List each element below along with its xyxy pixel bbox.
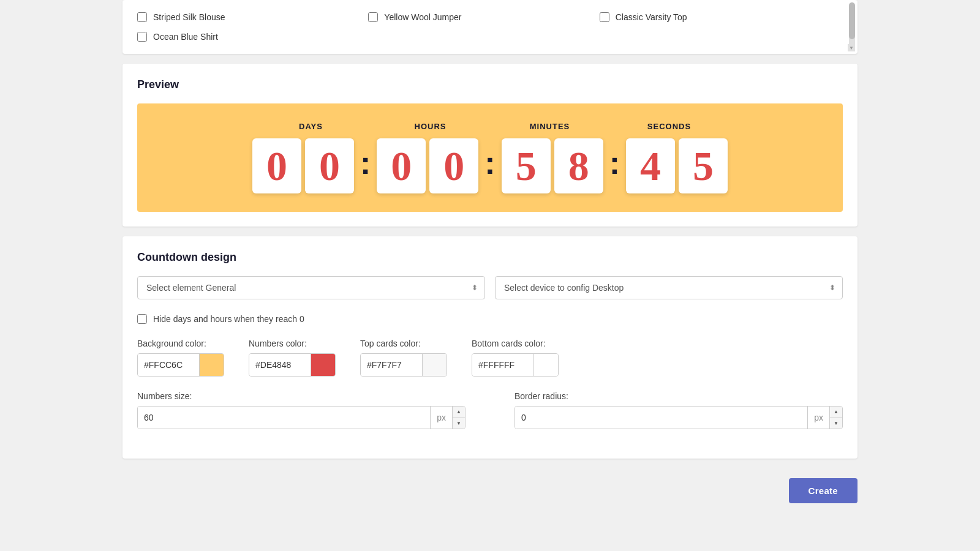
minutes-digit-1: 5 <box>502 138 551 193</box>
product-list-wrapper: Striped Silk Blouse Yellow Wool Jumper C… <box>137 10 843 44</box>
colon-1: : <box>358 144 373 181</box>
product-checkbox-yellow-wool-jumper[interactable] <box>368 12 378 22</box>
background-color-swatch[interactable] <box>199 353 224 377</box>
numbers-size-input-row: px ▲ ▼ <box>137 406 466 429</box>
top-cards-color-label: Top cards color: <box>360 339 447 348</box>
hours-value-2: 0 <box>443 145 464 187</box>
product-label-yellow-wool-jumper[interactable]: Yellow Wool Jumper <box>384 12 461 22</box>
countdown-labels: DAYS HOURS MINUTES SECONDS <box>251 122 729 131</box>
product-item-classic-varsity-top: Classic Varsity Top <box>600 10 831 24</box>
colon-2: : <box>482 144 497 181</box>
border-radius-increment[interactable]: ▲ <box>830 406 842 418</box>
size-section: Numbers size: px ▲ ▼ Border radius: px <box>137 391 843 429</box>
seconds-value-2: 5 <box>693 145 714 187</box>
design-card: Countdown design Select element GeneralD… <box>123 236 858 459</box>
preview-title: Preview <box>137 78 843 91</box>
border-radius-decrement[interactable]: ▼ <box>830 418 842 430</box>
border-radius-label: Border radius: <box>514 391 843 401</box>
numbers-color-swatch[interactable] <box>311 353 335 377</box>
border-radius-unit: px <box>807 406 829 429</box>
days-value-2: 0 <box>319 145 340 187</box>
product-item-yellow-wool-jumper: Yellow Wool Jumper <box>368 10 599 24</box>
seconds-digit-1: 4 <box>626 138 675 193</box>
label-seconds: SECONDS <box>614 122 725 131</box>
bottom-cards-color-input-row <box>472 353 559 377</box>
numbers-color-input-row <box>249 353 336 377</box>
countdown-digits: 0 0 : 0 0 : <box>252 138 728 193</box>
design-title: Countdown design <box>137 251 843 264</box>
numbers-color-group: Numbers color: <box>249 339 336 377</box>
hours-digit-1: 0 <box>377 138 426 193</box>
product-item-ocean-blue-shirt: Ocean Blue Shirt <box>137 29 368 44</box>
numbers-size-decrement[interactable]: ▼ <box>453 418 465 430</box>
numbers-size-input[interactable] <box>138 406 430 429</box>
hours-value-1: 0 <box>391 145 412 187</box>
background-color-group: Background color: <box>137 339 224 377</box>
numbers-size-increment[interactable]: ▲ <box>453 406 465 418</box>
top-cards-color-group: Top cards color: <box>360 339 447 377</box>
numbers-size-stepper: ▲ ▼ <box>452 406 465 429</box>
preview-card: Preview DAYS HOURS MINUTES SECONDS 0 0 <box>123 64 858 227</box>
numbers-size-label: Numbers size: <box>137 391 466 401</box>
border-radius-group: Border radius: px ▲ ▼ <box>514 391 843 429</box>
product-label-classic-varsity-top[interactable]: Classic Varsity Top <box>616 12 687 22</box>
numbers-size-unit: px <box>430 406 452 429</box>
hours-group: 0 0 <box>377 138 478 193</box>
border-radius-input-row: px ▲ ▼ <box>514 406 843 429</box>
color-section: Background color: Numbers color: Top car… <box>137 339 843 377</box>
background-color-input-row <box>137 353 224 377</box>
minutes-value-1: 5 <box>516 145 537 187</box>
scrollbar-arrow-down[interactable]: ▼ <box>848 44 855 51</box>
bottom-cards-color-group: Bottom cards color: <box>472 339 559 377</box>
label-minutes: MINUTES <box>495 122 605 131</box>
seconds-group: 4 5 <box>626 138 728 193</box>
top-cards-color-input-row <box>360 353 447 377</box>
minutes-group: 5 8 <box>502 138 603 193</box>
seconds-value-1: 4 <box>640 145 661 187</box>
colon-3: : <box>607 144 622 181</box>
label-hours: HOURS <box>375 122 486 131</box>
hide-checkbox-row: Hide days and hours when they reach 0 <box>137 314 843 324</box>
product-list-card: Striped Silk Blouse Yellow Wool Jumper C… <box>123 0 858 54</box>
product-checkbox-ocean-blue-shirt[interactable] <box>137 32 147 42</box>
scrollbar-thumb[interactable] <box>849 2 855 39</box>
days-group: 0 0 <box>252 138 354 193</box>
border-radius-stepper: ▲ ▼ <box>829 406 842 429</box>
hide-days-hours-checkbox[interactable] <box>137 314 147 324</box>
hours-digit-2: 0 <box>429 138 478 193</box>
background-color-hex-input[interactable] <box>138 353 199 377</box>
hide-days-hours-label[interactable]: Hide days and hours when they reach 0 <box>153 314 304 324</box>
border-radius-input[interactable] <box>515 406 807 429</box>
minutes-digit-2: 8 <box>554 138 603 193</box>
bottom-cards-color-swatch[interactable] <box>533 353 558 377</box>
design-controls: Select element GeneralDaysHoursMinutesSe… <box>137 276 843 299</box>
bottom-cards-color-label: Bottom cards color: <box>472 339 559 348</box>
element-select-wrapper: Select element GeneralDaysHoursMinutesSe… <box>137 276 485 299</box>
seconds-digit-2: 5 <box>679 138 728 193</box>
product-label-striped-silk-blouse[interactable]: Striped Silk Blouse <box>153 12 225 22</box>
label-days: DAYS <box>256 122 366 131</box>
product-grid: Striped Silk Blouse Yellow Wool Jumper C… <box>137 10 831 44</box>
top-cards-color-hex-input[interactable] <box>361 353 422 377</box>
top-cards-color-swatch[interactable] <box>422 353 447 377</box>
device-select-wrapper: Select device to config DesktopMobileTab… <box>495 276 843 299</box>
bottom-cards-color-hex-input[interactable] <box>472 353 533 377</box>
minutes-value-2: 8 <box>568 145 589 187</box>
product-item-striped-silk-blouse: Striped Silk Blouse <box>137 10 368 24</box>
days-digit-1: 0 <box>252 138 301 193</box>
background-color-label: Background color: <box>137 339 224 348</box>
numbers-color-label: Numbers color: <box>249 339 336 348</box>
create-button[interactable]: Create <box>789 478 858 503</box>
product-checkbox-classic-varsity-top[interactable] <box>600 12 609 22</box>
product-checkbox-striped-silk-blouse[interactable] <box>137 12 147 22</box>
numbers-color-hex-input[interactable] <box>249 353 311 377</box>
footer-row: Create <box>123 468 858 513</box>
element-select[interactable]: Select element GeneralDaysHoursMinutesSe… <box>137 276 485 299</box>
product-label-ocean-blue-shirt[interactable]: Ocean Blue Shirt <box>153 32 218 42</box>
days-value-1: 0 <box>266 145 287 187</box>
device-select[interactable]: Select device to config DesktopMobileTab… <box>495 276 843 299</box>
numbers-size-group: Numbers size: px ▲ ▼ <box>137 391 466 429</box>
days-digit-2: 0 <box>305 138 354 193</box>
countdown-preview: DAYS HOURS MINUTES SECONDS 0 0 : <box>137 103 843 212</box>
